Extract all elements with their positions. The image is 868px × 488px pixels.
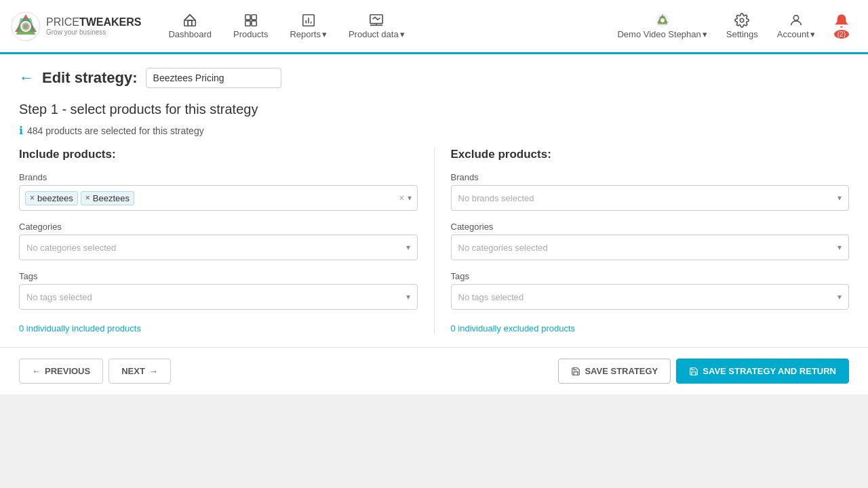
edit-header: ← Edit strategy: — [19, 68, 849, 88]
next-button[interactable]: NEXT → — [108, 359, 171, 384]
nav-demo-user[interactable]: Demo Video Stephan ▾ — [609, 0, 715, 54]
exclude-brands-label: Brands — [451, 172, 850, 182]
nav-dashboard-label: Dashboard — [168, 29, 212, 39]
page-header-area: ← Edit strategy: Step 1 - select product… — [0, 54, 868, 137]
svg-rect-11 — [245, 21, 250, 26]
brand-tag-Beeztees: × Beeztees — [81, 191, 134, 205]
remove-beeztees-lower-btn[interactable]: × — [30, 193, 35, 203]
demo-logo-icon — [655, 13, 670, 28]
exclude-col: Exclude products: Brands No brands selec… — [451, 148, 850, 333]
brand-text: PRICETWEAKERS Grow your business — [46, 16, 141, 37]
nav-account[interactable]: Account ▾ — [769, 0, 823, 54]
reports-dropdown-arrow: ▾ — [322, 29, 327, 39]
svg-rect-9 — [245, 15, 250, 20]
save-return-icon — [689, 367, 698, 376]
brand-logo[interactable]: PRICETWEAKERS Grow your business — [11, 12, 141, 41]
svg-rect-10 — [252, 15, 256, 20]
bottom-toolbar: ← PREVIOUS NEXT → SAVE STRATEGY — [0, 347, 868, 394]
exclude-individual-link[interactable]: 0 individually excluded products — [451, 323, 576, 333]
step-title: Step 1 - select products for this strate… — [19, 102, 849, 117]
edit-strategy-label: Edit strategy: — [42, 69, 138, 87]
exclude-categories-group: Categories No categories selected ▾ — [451, 222, 850, 260]
page-body: ← Edit strategy: Step 1 - select product… — [0, 54, 868, 488]
nav-account-label-wrap: Account ▾ — [777, 29, 815, 39]
nav-item-reports[interactable]: Reports ▾ — [279, 0, 338, 54]
brands-chevron-area: × ▾ — [399, 192, 411, 203]
include-tags-group: Tags No tags selected ▾ — [19, 271, 418, 310]
left-btn-group: ← PREVIOUS NEXT → — [19, 359, 171, 384]
brand-name: PRICETWEAKERS — [46, 16, 141, 28]
exclude-categories-placeholder: No categories selected — [458, 243, 548, 253]
save-strategy-button[interactable]: SAVE STRATEGY — [558, 359, 671, 384]
svg-point-7 — [23, 24, 28, 29]
exclude-categories-label: Categories — [451, 222, 850, 232]
nav-items: Dashboard Products Reports ▾ — [157, 0, 609, 52]
nav-item-dashboard[interactable]: Dashboard — [157, 0, 222, 54]
remove-Beeztees-btn[interactable]: × — [85, 193, 90, 203]
products-icon — [243, 13, 258, 28]
include-tags-select[interactable]: No tags selected ▾ — [19, 284, 418, 310]
svg-point-24 — [660, 18, 665, 22]
gear-icon — [734, 13, 749, 28]
include-brands-select[interactable]: × beeztees × Beeztees × ▾ — [19, 185, 418, 211]
exclude-tags-group: Tags No tags selected ▾ — [451, 271, 850, 310]
logo-icon — [11, 12, 41, 41]
previous-button[interactable]: ← PREVIOUS — [19, 359, 103, 384]
svg-point-26 — [793, 16, 798, 20]
nav-right: Demo Video Stephan ▾ Settings Account ▾ — [609, 0, 857, 54]
content-card: ← Edit strategy: Step 1 - select product… — [0, 54, 868, 394]
exclude-title: Exclude products: — [451, 148, 850, 161]
svg-point-25 — [741, 18, 745, 22]
include-brands-label: Brands — [19, 172, 418, 182]
exclude-categories-select[interactable]: No categories selected ▾ — [451, 235, 850, 260]
svg-rect-8 — [184, 20, 196, 26]
nav-products-label: Products — [233, 29, 268, 39]
reports-icon — [301, 13, 316, 28]
exclude-tags-select[interactable]: No tags selected ▾ — [451, 284, 850, 310]
info-row: ℹ 484 products are selected for this str… — [19, 124, 849, 137]
brand-tag-beeztees-lower: × beeztees — [25, 191, 78, 205]
nav-notifications[interactable]: (2) — [826, 0, 857, 54]
bell-icon — [834, 14, 849, 28]
demo-dropdown-arrow: ▾ — [703, 29, 707, 39]
exclude-categories-chevron: ▾ — [837, 243, 842, 252]
exclude-brands-select[interactable]: No brands selected ▾ — [451, 185, 850, 211]
exclude-tags-chevron: ▾ — [837, 292, 842, 302]
notification-count: (2) — [834, 30, 849, 39]
back-button[interactable]: ← — [19, 69, 34, 87]
products-count-text: 484 products are selected for this strat… — [27, 125, 204, 136]
user-icon — [789, 13, 804, 28]
include-categories-placeholder: No categories selected — [26, 243, 116, 253]
svg-rect-12 — [252, 21, 256, 26]
include-brands-group: Brands × beeztees × Beeztees × — [19, 172, 418, 211]
nav-productdata-label-wrap: Product data ▾ — [349, 29, 405, 39]
two-col-wrapper: Include products: Brands × beeztees × Be… — [0, 148, 868, 347]
brands-dropdown-chevron[interactable]: ▾ — [408, 193, 412, 203]
exclude-tags-placeholder: No tags selected — [458, 292, 524, 302]
exclude-brands-group: Brands No brands selected ▾ — [451, 172, 850, 211]
brands-clear-btn[interactable]: × — [399, 192, 404, 203]
account-dropdown-arrow: ▾ — [810, 29, 815, 39]
include-tags-label: Tags — [19, 271, 418, 281]
include-categories-group: Categories No categories selected ▾ — [19, 222, 418, 260]
previous-arrow-icon: ← — [32, 366, 41, 376]
productdata-dropdown-arrow: ▾ — [400, 29, 405, 39]
two-col: Include products: Brands × beeztees × Be… — [19, 148, 849, 333]
info-icon: ℹ — [19, 124, 23, 137]
nav-item-products[interactable]: Products — [222, 0, 279, 54]
nav-item-productdata[interactable]: Product data ▾ — [338, 0, 416, 54]
include-individual-link[interactable]: 0 individually included products — [19, 323, 141, 333]
include-categories-label: Categories — [19, 222, 418, 232]
include-title: Include products: — [19, 148, 418, 161]
column-divider — [434, 148, 435, 333]
right-btn-group: SAVE STRATEGY SAVE STRATEGY AND RETURN — [558, 359, 849, 384]
navbar: PRICETWEAKERS Grow your business Dashboa… — [0, 0, 868, 54]
brand-tagline: Grow your business — [46, 28, 141, 37]
nav-settings[interactable]: Settings — [718, 0, 766, 54]
save-strategy-return-button[interactable]: SAVE STRATEGY AND RETURN — [676, 359, 849, 384]
demo-user-label-wrap: Demo Video Stephan ▾ — [617, 29, 707, 39]
exclude-brands-placeholder: No brands selected — [458, 193, 534, 203]
strategy-name-input[interactable] — [146, 68, 281, 88]
include-categories-select[interactable]: No categories selected ▾ — [19, 235, 418, 260]
exclude-tags-label: Tags — [451, 271, 850, 281]
